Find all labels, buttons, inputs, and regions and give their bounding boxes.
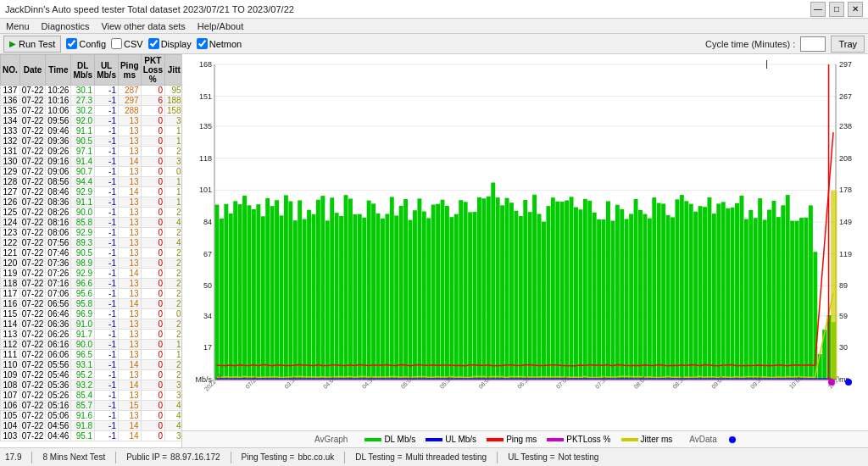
table-row[interactable]: 13307-2209:4691.1-11301: [1, 126, 183, 136]
tray-button[interactable]: Tray: [831, 36, 865, 53]
table-row[interactable]: 12307-2208:0692.9-11302: [1, 228, 183, 238]
status-divider-2: [115, 452, 116, 463]
table-row[interactable]: 12107-2207:4690.5-11302: [1, 248, 183, 258]
table-row[interactable]: 11707-2207:0695.6-11302: [1, 289, 183, 299]
ping-testing-value: bbc.co.uk: [298, 452, 334, 462]
menu-item-diagnostics[interactable]: Diagnostics: [39, 21, 92, 31]
config-check-input[interactable]: [66, 38, 77, 49]
table-header: NO. Date Time DL Mb/s UL Mb/s Ping ms PK…: [1, 55, 183, 86]
table-row[interactable]: 13407-2209:5692.0-11303: [1, 116, 183, 126]
table-row[interactable]: 13207-2209:3690.5-11301: [1, 136, 183, 147]
legend-pkt: PKTLoss %: [547, 435, 610, 444]
run-test-label: Run Test: [19, 39, 55, 49]
table-row[interactable]: 10707-2205:2685.4-11303: [1, 391, 183, 401]
table-row[interactable]: 12607-2208:3691.1-11301: [1, 197, 183, 208]
col-ul: UL Mb/s: [95, 55, 119, 86]
main-content: NO. Date Time DL Mb/s UL Mb/s Ping ms PK…: [0, 54, 868, 447]
menu-item-menu[interactable]: Menu: [3, 21, 32, 31]
legend-ul-label: UL Mb/s: [445, 435, 476, 444]
table-row[interactable]: 12007-2207:3698.9-11302: [1, 258, 183, 269]
legend-pkt-color: [547, 438, 564, 441]
next-test-display: 8 Mins Next Test: [42, 452, 105, 462]
ul-testing-display: UL Testing = Not testing: [508, 452, 598, 462]
status-divider-5: [497, 452, 498, 463]
run-icon: ▶: [9, 39, 16, 48]
speed-display: 17.9: [5, 452, 21, 462]
col-pkt: PKT Loss %: [141, 55, 164, 86]
cycle-label: Cycle time (Minutes) :: [705, 39, 795, 49]
csv-check-input[interactable]: [111, 38, 122, 49]
table-row[interactable]: 11807-2207:1696.6-11302: [1, 279, 183, 289]
netmon-label: Netmon: [209, 39, 242, 49]
avdata-label: AvData: [689, 435, 717, 444]
cycle-input[interactable]: 10: [800, 36, 826, 52]
legend-ping-label: Ping ms: [506, 435, 537, 444]
netmon-check-input[interactable]: [197, 38, 208, 49]
legend-dl: DL Mb/s: [364, 435, 415, 444]
table-row[interactable]: 13607-2210:1627.3-12976188: [1, 96, 183, 106]
avgraph-label: AvGraph: [314, 435, 348, 444]
legend-pkt-label: PKTLoss %: [566, 435, 610, 444]
table-row[interactable]: 12907-2209:0690.7-11300: [1, 167, 183, 177]
minimize-button[interactable]: —: [810, 2, 826, 17]
table-row[interactable]: 11107-2206:0696.5-11301: [1, 350, 183, 360]
table-row[interactable]: 11307-2206:2691.7-11302: [1, 330, 183, 340]
legend-ping-color: [487, 438, 504, 441]
avdata-dot: [729, 436, 736, 443]
table-row[interactable]: 13707-2210:2630.1-1287095: [1, 86, 183, 96]
table-row[interactable]: 12407-2208:1685.8-11304: [1, 218, 183, 228]
table-row[interactable]: 10907-2205:4695.2-11302: [1, 370, 183, 380]
data-table[interactable]: NO. Date Time DL Mb/s UL Mb/s Ping ms PK…: [0, 54, 182, 447]
ul-testing-label: UL Testing =: [508, 452, 554, 462]
menu-item-helpabout[interactable]: Help/About: [195, 21, 246, 31]
title-bar-title: JackDinn's Auto speed tester Total datas…: [5, 4, 294, 14]
table-row[interactable]: 11907-2207:2692.9-11402: [1, 269, 183, 279]
legend-ul-color: [426, 438, 442, 441]
table-row[interactable]: 13007-2209:1691.4-11403: [1, 157, 183, 167]
legend-ul: UL Mb/s: [426, 435, 476, 444]
netmon-checkbox[interactable]: Netmon: [197, 38, 242, 49]
maximize-button[interactable]: □: [829, 2, 844, 17]
config-checkbox[interactable]: Config: [66, 38, 106, 49]
table-row[interactable]: 12207-2207:5689.3-11304: [1, 238, 183, 248]
menu-item-viewother[interactable]: View other data sets: [98, 21, 187, 31]
table-row[interactable]: 11007-2205:5693.1-11402: [1, 360, 183, 370]
csv-checkbox[interactable]: CSV: [111, 38, 143, 49]
table-row[interactable]: 10307-2204:4695.1-11403: [1, 431, 183, 441]
table-row[interactable]: 11507-2206:4696.9-11300: [1, 309, 183, 319]
run-test-button[interactable]: ▶ Run Test: [3, 36, 61, 53]
chart-legend: AvGraph DL Mb/s UL Mb/s Ping ms PKTLoss …: [182, 430, 868, 447]
menu-bar: Menu Diagnostics View other data sets He…: [0, 19, 868, 34]
public-ip-label: Public IP =: [126, 452, 167, 462]
current-speed: 17.9: [5, 452, 21, 462]
table-row[interactable]: 12807-2208:5694.4-11301: [1, 177, 183, 187]
table-row[interactable]: 11607-2206:5695.8-11402: [1, 299, 183, 309]
dl-testing-value: Multi threaded testing: [406, 452, 487, 462]
col-jitt: Jitt: [164, 55, 182, 86]
close-button[interactable]: ✕: [848, 2, 863, 17]
display-checkbox[interactable]: Display: [148, 38, 192, 49]
table-row[interactable]: 10407-2204:5691.8-11404: [1, 421, 183, 431]
display-check-input[interactable]: [148, 38, 159, 49]
table-row[interactable]: 11407-2206:3691.0-11302: [1, 319, 183, 330]
legend-jitter-color: [621, 438, 638, 441]
table-row[interactable]: 13107-2209:2697.1-11302: [1, 147, 183, 157]
table-row[interactable]: 12507-2208:2690.0-11302: [1, 208, 183, 218]
csv-label: CSV: [124, 39, 143, 49]
table-row[interactable]: 11207-2206:1690.0-11301: [1, 340, 183, 350]
dl-testing-label: DL Testing =: [355, 452, 402, 462]
ul-testing-value: Not testing: [558, 452, 598, 462]
app-title: JackDinn's Auto speed tester Total datas…: [5, 4, 294, 14]
table-row[interactable]: 13507-2210:0630.2-12880158: [1, 106, 183, 116]
ping-testing-label: Ping Testing =: [242, 452, 295, 462]
title-bar: JackDinn's Auto speed tester Total datas…: [0, 0, 868, 19]
status-divider-3: [231, 452, 231, 463]
next-test-label: 8 Mins Next Test: [42, 452, 105, 462]
ping-testing-display: Ping Testing = bbc.co.uk: [242, 452, 335, 462]
table-row[interactable]: 10507-2205:0691.6-11304: [1, 411, 183, 421]
public-ip-value: 88.97.16.172: [170, 452, 220, 462]
table-row[interactable]: 10607-2205:1685.7-11504: [1, 401, 183, 411]
table-row[interactable]: 10807-2205:3693.2-11403: [1, 380, 183, 391]
table-row[interactable]: 12707-2208:4692.9-11401: [1, 187, 183, 197]
status-divider-1: [31, 452, 32, 463]
